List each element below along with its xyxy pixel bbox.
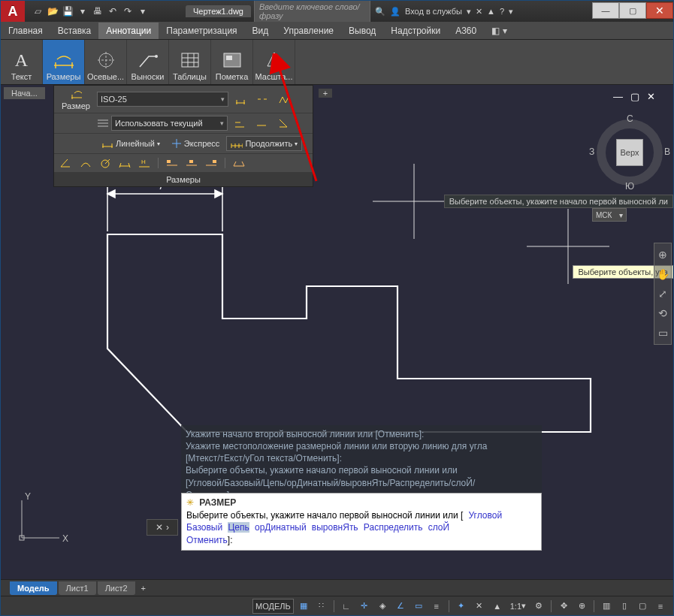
layer-combo[interactable]: Использовать текущий xyxy=(111,116,228,131)
cmd-opt-undo[interactable]: Отменить xyxy=(186,535,228,545)
plot-icon[interactable]: 🖶 xyxy=(91,5,104,18)
dim-style-combo[interactable]: ISO-25 xyxy=(97,92,228,107)
saveas-dropdown-icon[interactable]: ▾ xyxy=(76,5,89,18)
cmd-opt-angular[interactable]: Угловой xyxy=(469,510,503,521)
menu-manage[interactable]: Управление xyxy=(276,23,341,39)
commandline-handle[interactable]: ✕› xyxy=(147,519,178,536)
dim-text-right-icon[interactable] xyxy=(205,157,217,169)
snap-icon[interactable]: ∷ xyxy=(313,599,330,614)
menu-insert[interactable]: Вставка xyxy=(50,23,99,39)
sheet2-tab[interactable]: Лист2 xyxy=(98,581,135,595)
viewcube-face[interactable]: Верх xyxy=(616,139,643,166)
annotation-monitor-icon[interactable]: ⊕ xyxy=(573,599,590,614)
dim-oblique-icon[interactable] xyxy=(119,157,131,169)
cmd-opt-chain[interactable]: Цепь xyxy=(228,522,249,533)
otrack-icon[interactable]: ∠ xyxy=(392,599,409,614)
dim-override-icon[interactable] xyxy=(274,116,293,131)
dim-angular-icon[interactable] xyxy=(60,157,72,169)
close-button[interactable]: ✕ xyxy=(646,2,673,19)
dim-continue-small-icon[interactable] xyxy=(252,116,271,131)
add-layout-button[interactable]: + xyxy=(137,584,150,593)
grid-icon[interactable]: ▦ xyxy=(295,599,312,614)
open-icon[interactable]: 📂 xyxy=(46,5,59,18)
hardware-accel-icon[interactable]: ▥ xyxy=(598,599,615,614)
dim-baseline-icon[interactable] xyxy=(230,116,249,131)
menu-output[interactable]: Вывод xyxy=(341,23,383,39)
add-tab-button[interactable]: + xyxy=(319,89,332,98)
showmotion-icon[interactable]: ▭ xyxy=(656,326,669,340)
ribbon-leaders[interactable]: Выноски xyxy=(127,40,169,84)
search-icon[interactable]: 🔍 xyxy=(375,7,385,17)
minimize-button[interactable]: — xyxy=(592,2,619,19)
full-nav-wheel-icon[interactable]: ⊕ xyxy=(656,248,669,261)
cmd-opt-layer[interactable]: слоЙ xyxy=(428,522,449,533)
help-icon[interactable]: ? xyxy=(500,7,504,16)
search-input[interactable]: Введите ключевое слово/фразу xyxy=(254,0,370,23)
dim-reassoc-icon[interactable] xyxy=(233,157,245,169)
dim-text-angle-icon[interactable]: H xyxy=(138,157,150,169)
menu-view[interactable]: Вид xyxy=(245,23,277,39)
menu-parametric[interactable]: Параметризация xyxy=(159,23,244,39)
transparency-icon[interactable]: ✦ xyxy=(453,599,470,614)
dim-text-center-icon[interactable] xyxy=(186,157,198,169)
cmd-opt-ordinate[interactable]: орДинатный xyxy=(255,522,307,533)
gear-icon[interactable]: ⚙ xyxy=(530,599,547,614)
redo-icon[interactable]: ↷ xyxy=(121,5,134,18)
cmd-opt-align[interactable]: выровнЯть xyxy=(312,522,358,533)
isolate-icon[interactable]: ▯ xyxy=(616,599,633,614)
new-icon[interactable]: ▱ xyxy=(31,5,44,18)
pan-icon[interactable]: ✋ xyxy=(656,267,669,281)
undo-icon[interactable]: ↶ xyxy=(106,5,119,18)
sheet1-tab[interactable]: Лист1 xyxy=(59,581,96,595)
ribbon-markup[interactable]: Пометка xyxy=(211,40,253,84)
ribbon-text[interactable]: A Текст xyxy=(1,40,43,84)
dim-text-left-icon[interactable] xyxy=(166,157,178,169)
dim-radius-icon[interactable] xyxy=(99,157,111,169)
lineweight-icon[interactable]: ≡ xyxy=(428,599,445,614)
exchange-icon[interactable]: ✕ xyxy=(476,7,482,17)
viewcube[interactable]: Верх С Ю З В МСК▾ xyxy=(592,115,667,190)
maximize-button[interactable]: ▢ xyxy=(619,2,646,19)
cycling-icon[interactable]: ✕ xyxy=(471,599,488,614)
isodraft-icon[interactable]: ◈ xyxy=(374,599,391,614)
dim-jog-icon[interactable] xyxy=(274,92,294,107)
zoom-extents-icon[interactable]: ⤢ xyxy=(656,287,669,300)
dim-arc-icon[interactable] xyxy=(80,157,92,169)
polar-icon[interactable]: ✛ xyxy=(356,599,373,614)
clean-screen-icon[interactable]: ▢ xyxy=(634,599,651,614)
orbit-icon[interactable]: ⟲ xyxy=(656,306,669,320)
ortho-icon[interactable]: ∟ xyxy=(338,599,355,614)
dimension-small-icon[interactable] xyxy=(70,88,82,100)
qat-more-icon[interactable]: ▾ xyxy=(136,5,150,18)
menu-annotate[interactable]: Аннотации xyxy=(98,23,159,39)
a360-icon[interactable]: ▲ xyxy=(487,7,495,16)
annotation-scale-icon[interactable]: ▲ xyxy=(489,599,506,614)
express-button[interactable]: Экспресс xyxy=(167,136,225,151)
cmd-opt-baseline[interactable]: Базовый xyxy=(186,522,222,533)
menu-home[interactable]: Главная xyxy=(1,23,50,39)
continue-button[interactable]: Продолжить ▾ xyxy=(226,136,302,151)
signin-link[interactable]: Вход в службы xyxy=(405,7,462,16)
cmd-opt-distribute[interactable]: Распределить xyxy=(364,522,423,533)
menu-addins[interactable]: Надстройки xyxy=(383,23,448,39)
model-tab[interactable]: Модель xyxy=(10,581,57,595)
ucs-icon[interactable]: X Y xyxy=(14,494,67,549)
scale-button[interactable]: 1:1 ▾ xyxy=(507,599,529,614)
dim-update-icon[interactable] xyxy=(231,92,250,107)
user-icon[interactable]: 👤 xyxy=(390,7,400,17)
osnap-icon[interactable]: ▭ xyxy=(410,599,427,614)
linear-button[interactable]: Линейный ▾ xyxy=(97,136,165,151)
command-line[interactable]: ✳ РАЗМЕР Выберите объекты, укажите начал… xyxy=(181,493,542,551)
dim-break-icon[interactable] xyxy=(252,92,272,107)
ribbon-scale[interactable]: Масшта... xyxy=(253,40,295,84)
ribbon-dimensions[interactable]: Размеры xyxy=(43,40,85,84)
featured-apps-icon[interactable]: ◧ xyxy=(491,26,500,36)
app-icon[interactable]: A xyxy=(1,1,25,22)
save-icon[interactable]: 💾 xyxy=(61,5,74,18)
wcs-selector[interactable]: МСК▾ xyxy=(592,208,627,222)
ribbon-centerlines[interactable]: Осевые... xyxy=(85,40,127,84)
workspace-icon[interactable]: ✥ xyxy=(555,599,572,614)
menu-a360[interactable]: A360 xyxy=(448,23,484,39)
model-space-button[interactable]: МОДЕЛЬ xyxy=(252,599,294,614)
start-tab[interactable]: Нача... xyxy=(4,87,45,99)
